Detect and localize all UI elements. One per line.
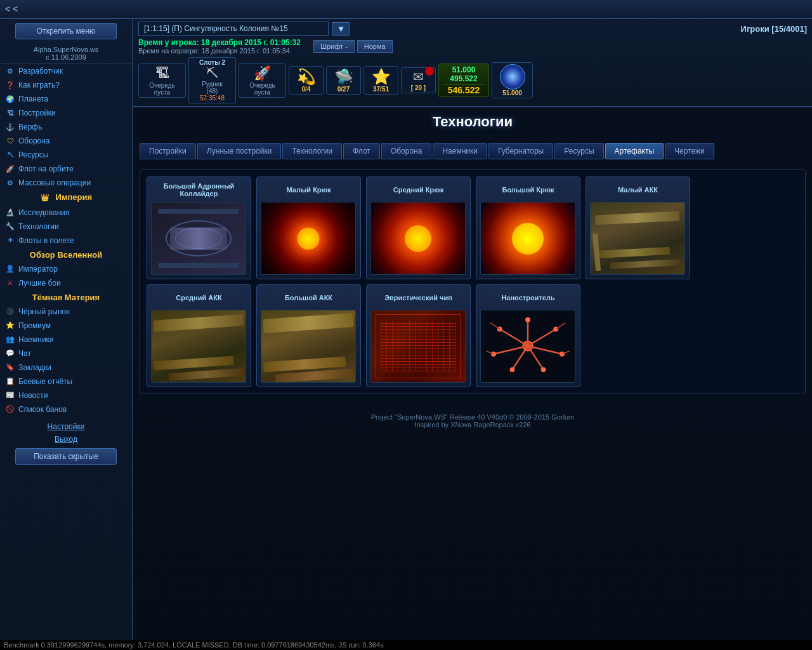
svg-point-20 bbox=[491, 352, 496, 357]
news-icon: 📰 bbox=[5, 390, 15, 401]
build-queue-icon: 🏗 bbox=[143, 65, 181, 82]
sidebar-item-black-market[interactable]: 🌑 Чёрный рынок bbox=[0, 305, 132, 319]
sidebar-item-chat[interactable]: 💬 Чат bbox=[0, 347, 132, 361]
settings-link[interactable]: Настройки bbox=[0, 420, 132, 433]
sidebar-item-news[interactable]: 📰 Новости bbox=[0, 388, 132, 402]
sidebar-item-battle-reports[interactable]: 📋 Боевые отчёты bbox=[0, 375, 132, 388]
fleet-queue-item[interactable]: 🚀 Очередь пуста bbox=[239, 63, 286, 98]
svg-line-25 bbox=[490, 323, 500, 329]
reports-icon: 📋 bbox=[5, 376, 15, 387]
sidebar-item-research[interactable]: 🔬 Исследования bbox=[0, 206, 132, 220]
res-mail[interactable]: ✉ [ 20 ] bbox=[401, 67, 436, 93]
artifact-chip[interactable]: Эвристический чип bbox=[366, 284, 471, 387]
tab-defense[interactable]: Оборона bbox=[381, 143, 432, 159]
mine-slots-item[interactable]: Слоты 2 ⛏ Рудник (48) 52:35:48 bbox=[188, 57, 236, 103]
artifact-medium-akk[interactable]: Средний АКК bbox=[147, 284, 251, 387]
artifact-medium-kruk[interactable]: Средний Крюк bbox=[366, 176, 471, 279]
sidebar-item-planet[interactable]: 🌍 Планета bbox=[0, 92, 132, 106]
font-decrease-button[interactable]: Шрифт - bbox=[313, 40, 355, 53]
res-dark-matter[interactable]: 51.000 bbox=[492, 62, 533, 98]
sidebar-item-mass-ops[interactable]: ⚙ Массовые операции bbox=[0, 176, 132, 190]
mass-ops-icon: ⚙ bbox=[5, 178, 15, 188]
sidebar-section-dark-matter[interactable]: Тёмная Материя bbox=[0, 290, 132, 305]
tab-buildings[interactable]: Постройки bbox=[140, 143, 196, 159]
tab-technologies[interactable]: Технологии bbox=[282, 143, 342, 159]
svg-point-22 bbox=[510, 367, 515, 372]
sidebar-section-universe[interactable]: Обзор Вселенной bbox=[0, 248, 132, 262]
sidebar-item-bans[interactable]: 🚫 Список банов bbox=[0, 402, 132, 416]
defense-icon: 🛡 bbox=[5, 136, 15, 146]
tab-governors[interactable]: Губернаторы bbox=[488, 143, 553, 159]
colony-dropdown-button[interactable]: ▼ bbox=[332, 22, 350, 36]
main-content: ▼ Игроки [15/4001] Время у игрока: 18 де… bbox=[133, 19, 812, 650]
mail-icon: ✉ bbox=[405, 69, 431, 84]
chip-image bbox=[370, 310, 466, 383]
shipyard-icon: ⚓ bbox=[5, 122, 15, 132]
sidebar-item-fleet-orbit[interactable]: 🚀 Флот на орбите bbox=[0, 162, 132, 176]
fleet-queue-icon: 🚀 bbox=[243, 65, 282, 82]
dev-icon: ⚙ bbox=[5, 66, 15, 76]
research-icon: 🔬 bbox=[5, 208, 15, 218]
premium-icon: ⭐ bbox=[5, 321, 15, 331]
bans-icon: 🚫 bbox=[5, 404, 15, 415]
artifact-nano[interactable]: Наностроитель bbox=[476, 284, 580, 387]
artifact-large-akk[interactable]: Большой АКК bbox=[256, 284, 361, 387]
tab-artifacts[interactable]: Артефакты bbox=[605, 143, 664, 159]
sidebar-section-empire[interactable]: 👑 Империя bbox=[0, 190, 132, 206]
artifacts-row-2: Средний АКК Большой АКК bbox=[147, 284, 799, 387]
collapse-arrows[interactable]: < < bbox=[5, 4, 18, 14]
artifact-large-kruk[interactable]: Большой Крюк bbox=[476, 176, 580, 279]
open-menu-button[interactable]: Откpепить меню bbox=[15, 23, 117, 39]
artifact-small-kruk[interactable]: Малый Крюк bbox=[256, 176, 361, 279]
sidebar-item-resources[interactable]: ⛏ Ресурсы bbox=[0, 148, 132, 162]
res-027[interactable]: 🛸 0/27 bbox=[326, 66, 361, 95]
sidebar-item-tech[interactable]: 🔧 Технологии bbox=[0, 220, 132, 234]
nano-image bbox=[480, 310, 575, 383]
sidebar-item-emperor[interactable]: 👤 Император bbox=[0, 262, 132, 276]
tab-blueprints[interactable]: Чертежи bbox=[665, 143, 714, 159]
time-server: Время на сервере: 18 декабря 2015 г. 01:… bbox=[138, 47, 301, 55]
sidebar-item-mercenaries[interactable]: 👥 Наемники bbox=[0, 333, 132, 347]
large-kruk-image bbox=[480, 202, 575, 275]
resources-icon: ⛏ bbox=[5, 150, 15, 160]
svg-line-26 bbox=[556, 323, 565, 329]
time-texts: Время у игрока: 18 декабря 2015 г. 01:05… bbox=[138, 38, 301, 55]
tab-fleet[interactable]: Флот bbox=[343, 143, 380, 159]
sidebar-username: Alpha.SuperNova.ws с 11.06.2009 bbox=[0, 43, 132, 64]
colony-name-input[interactable] bbox=[138, 22, 329, 36]
sidebar-item-dev[interactable]: ⚙ Разработчик bbox=[0, 64, 132, 78]
svg-point-24 bbox=[525, 317, 530, 322]
collider-image bbox=[151, 202, 246, 275]
artifacts-grid: Большой Адронный Коллайдер bbox=[140, 169, 806, 394]
artifact-collider[interactable]: Большой Адронный Коллайдер bbox=[147, 176, 251, 279]
tab-moon-buildings[interactable]: Лунные постройки bbox=[197, 143, 282, 159]
font-normal-button[interactable]: Норма bbox=[357, 40, 393, 53]
time-ingame: Время у игрока: 18 декабря 2015 г. 01:05… bbox=[138, 38, 301, 47]
sidebar-item-howtoplay[interactable]: ❓ Как играть? bbox=[0, 78, 132, 92]
star-icon: ⭐ bbox=[368, 68, 394, 86]
artifact-small-akk[interactable]: Малый АКК bbox=[586, 176, 690, 279]
res-credits[interactable]: 51.000 495.522 546.522 bbox=[438, 63, 489, 97]
fleet-orbit-icon: 🚀 bbox=[5, 164, 15, 174]
battles-icon: ⚔ bbox=[5, 278, 15, 288]
res-3751[interactable]: ⭐ 37/51 bbox=[363, 66, 398, 95]
show-hidden-button[interactable]: Показать скрытые bbox=[15, 448, 117, 465]
sidebar-item-shipyard[interactable]: ⚓ Верфь bbox=[0, 120, 132, 134]
sidebar-item-top-battles[interactable]: ⚔ Лучшие бои bbox=[0, 276, 132, 290]
sidebar-item-fleets-flight[interactable]: ✈ Флоты в полете bbox=[0, 234, 132, 248]
sidebar-item-buildings[interactable]: 🏗 Постройки bbox=[0, 106, 132, 120]
medium-kruk-image bbox=[370, 202, 466, 275]
small-akk-image bbox=[590, 202, 685, 275]
build-queue-item[interactable]: 🏗 Очередь пуста bbox=[138, 63, 186, 98]
benchmark-bar: Benchmark 0.39129996299744s, memory: 3,7… bbox=[0, 640, 812, 650]
sidebar-item-bookmarks[interactable]: 🔖 Закладки bbox=[0, 361, 132, 375]
sidebar: Откpепить меню Alpha.SuperNova.ws с 11.0… bbox=[0, 19, 133, 650]
tabs-bar: Постройки Лунные постройки Технологии Фл… bbox=[140, 143, 806, 159]
sidebar-item-defense[interactable]: 🛡 Оборона bbox=[0, 134, 132, 148]
sidebar-item-premium[interactable]: ⭐ Премиум bbox=[0, 319, 132, 333]
res-04[interactable]: 💫 0/4 bbox=[289, 66, 324, 95]
tab-resources[interactable]: Ресурсы bbox=[554, 143, 603, 159]
chat-icon: 💬 bbox=[5, 348, 15, 359]
logout-link[interactable]: Выход bbox=[0, 433, 132, 446]
tab-mercenaries[interactable]: Наемники bbox=[433, 143, 487, 159]
